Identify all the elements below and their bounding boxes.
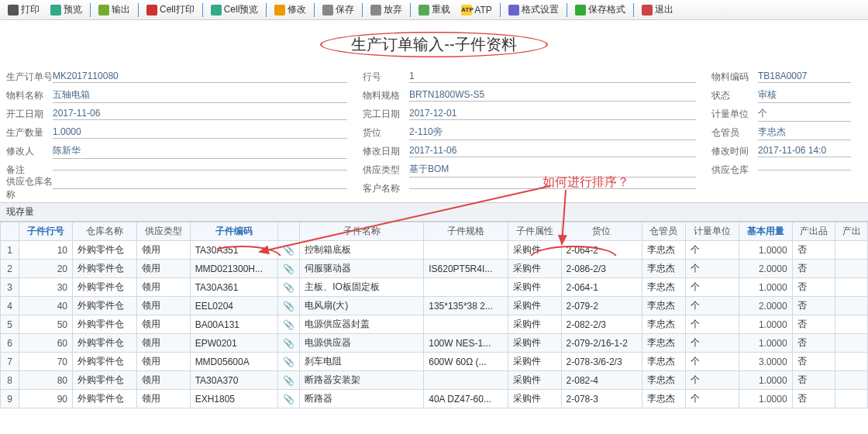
cell-keeper: 李忠杰 (642, 260, 685, 278)
form-value[interactable]: 2017-12-01 (409, 108, 696, 120)
col-st[interactable]: 供应类型 (136, 222, 190, 241)
toolbar-保存格式[interactable]: 保存格式 (570, 2, 630, 18)
toolbar-separator (314, 3, 315, 17)
form-label: 物料规格 (363, 89, 409, 102)
toolbar-label: 退出 (655, 3, 673, 16)
toolbar-Cell打印[interactable]: Cell打印 (142, 2, 199, 18)
cell-idx: 7 (1, 353, 19, 371)
attachment-icon: 📎 (278, 297, 300, 315)
cell-attr: 采购件 (508, 260, 561, 278)
cell-out2 (835, 260, 868, 278)
form-value[interactable] (53, 188, 347, 189)
toolbar-打印[interactable]: 打印 (3, 2, 44, 18)
cell-out2 (835, 371, 868, 390)
cell-out: 否 (792, 278, 835, 297)
toolbar-退出[interactable]: 退出 (637, 2, 678, 18)
form-value[interactable] (409, 188, 696, 189)
col-keeper[interactable]: 仓管员 (642, 222, 685, 241)
cell-uom: 个 (685, 315, 739, 334)
toolbar-保存[interactable]: 保存 (318, 2, 359, 18)
toolbar-label: 放弃 (384, 3, 402, 16)
form-label: 修改时间 (711, 145, 758, 158)
toolbar-放弃[interactable]: 放弃 (366, 2, 407, 18)
form-value[interactable] (53, 169, 347, 170)
table-row[interactable]: 330外购零件仓领用TA30A361📎主板、IO板固定板采购件2-064-1李忠… (1, 278, 868, 297)
form-row-仓管员: 仓管员李忠杰 (711, 125, 851, 140)
table-header-row: 子件行号仓库名称供应类型子件编码子件名称子件规格子件属性货位仓管员计量单位基本用… (1, 222, 868, 241)
col-uom[interactable]: 计量单位 (685, 222, 739, 241)
form-value[interactable]: 2-110旁 (409, 126, 696, 140)
form-value[interactable]: 1 (409, 71, 696, 83)
form-value[interactable]: TB18A0007 (758, 71, 851, 83)
tab-inventory[interactable]: 现存量 (0, 202, 868, 222)
form-value[interactable]: 1.0000 (53, 126, 347, 139)
table-row[interactable]: 770外购零件仓领用MMD05600A📎刹车电阻600W 60Ω (...采购件… (1, 353, 868, 371)
toolbar-label: 修改 (288, 3, 306, 16)
form-label: 备注 (6, 164, 53, 177)
form-row-物料名称: 物料名称五轴电箱 (6, 88, 347, 103)
form-value[interactable]: 个 (758, 107, 851, 122)
cell-qty: 1.0000 (739, 315, 792, 334)
toolbar-修改[interactable]: 修改 (270, 2, 311, 18)
cell-out: 否 (792, 371, 835, 390)
cell-uom: 个 (685, 353, 739, 371)
table-row[interactable]: 880外购零件仓领用TA30A370📎断路器安装架采购件2-082-4李忠杰个1… (1, 371, 868, 390)
form-value[interactable]: MK2017110080 (53, 71, 347, 83)
form-column-1: 生产订单号MK2017110080物料名称五轴电箱开工日期2017-11-06生… (6, 69, 347, 196)
col-out[interactable]: 产出品 (792, 222, 835, 241)
cell-line: 70 (19, 353, 73, 371)
cell-out: 否 (792, 353, 835, 371)
form-value[interactable]: 2017-11-06 (409, 145, 696, 157)
table-body: 110外购零件仓领用TA30A351📎控制箱底板采购件2-064-2李忠杰个1.… (1, 241, 868, 408)
cell-wh: 外购零件仓 (73, 371, 137, 390)
col-loc[interactable]: 货位 (561, 222, 642, 241)
col-clip[interactable] (278, 222, 300, 241)
cell-spec: 135*135*38 2... (424, 297, 508, 315)
cell-st: 领用 (136, 371, 190, 390)
toolbar-输出[interactable]: 输出 (94, 2, 135, 18)
cell-loc: 2-079-2 (561, 297, 642, 315)
col-line[interactable]: 子件行号 (19, 222, 73, 241)
form-row-计量单位: 计量单位个 (711, 106, 851, 122)
cell-idx: 5 (1, 315, 19, 334)
form-value[interactable]: 2017-11-06 14:0 (758, 145, 851, 157)
cell-qty: 3.0000 (739, 353, 792, 371)
col-out2[interactable]: 产出 (835, 222, 868, 241)
table-row[interactable]: 110外购零件仓领用TA30A351📎控制箱底板采购件2-064-2李忠杰个1.… (1, 241, 868, 260)
form-value[interactable]: 李忠杰 (758, 126, 851, 140)
col-code[interactable]: 子件编码 (190, 222, 278, 241)
form-value[interactable]: 2017-11-06 (53, 108, 347, 120)
form-value[interactable]: 五轴电箱 (53, 88, 347, 103)
cell-name: 电源供应器 (300, 334, 424, 353)
form-value[interactable] (758, 169, 851, 170)
form-value[interactable]: BRTN1800WS-S5 (409, 89, 696, 102)
table-row[interactable]: 220外购零件仓领用MMD021300H...📎伺服驱动器IS620PT5R4I… (1, 260, 868, 278)
table-row[interactable]: 550外购零件仓领用BA00A131📎电源供应器封盖采购件2-082-2/3李忠… (1, 315, 868, 334)
toolbar-separator (410, 3, 411, 17)
col-idx[interactable] (1, 222, 19, 241)
toolbar-重载[interactable]: 重载 (414, 2, 455, 18)
table-row[interactable]: 660外购零件仓领用EPW0201📎电源供应器100W NES-1...采购件2… (1, 334, 868, 353)
attachment-icon: 📎 (278, 390, 300, 408)
col-wh[interactable]: 仓库名称 (73, 222, 137, 241)
cell-keeper: 李忠杰 (642, 353, 685, 371)
toolbar-ATP[interactable]: ATPATP (456, 3, 496, 17)
toolbar-Cell预览[interactable]: Cell预览 (206, 2, 264, 18)
form-label: 供应仓库 (711, 164, 758, 177)
cell-out2 (835, 390, 868, 408)
toolbar-预览[interactable]: 预览 (46, 2, 87, 18)
table-row[interactable]: 440外购零件仓领用EEL0204📎电风扇(大)135*135*38 2...采… (1, 297, 868, 315)
col-name[interactable]: 子件名称 (300, 222, 424, 241)
form-value[interactable]: 基于BOM (409, 163, 696, 177)
col-spec[interactable]: 子件规格 (424, 222, 508, 241)
cell-loc: 2-078-3/6-2/3 (561, 353, 642, 371)
table-row[interactable]: 990外购零件仓领用EXH1805📎断路器40A DZ47-60...采购件2-… (1, 390, 868, 408)
col-attr[interactable]: 子件属性 (508, 222, 561, 241)
cell-out: 否 (792, 241, 835, 260)
col-qty[interactable]: 基本用量 (739, 222, 792, 241)
Cell打印-icon (146, 5, 157, 16)
toolbar-格式设置[interactable]: 格式设置 (504, 2, 563, 18)
form-value[interactable]: 审核 (758, 88, 851, 103)
form-value[interactable]: 陈新华 (53, 144, 347, 159)
form-label: 生产订单号 (6, 71, 53, 84)
